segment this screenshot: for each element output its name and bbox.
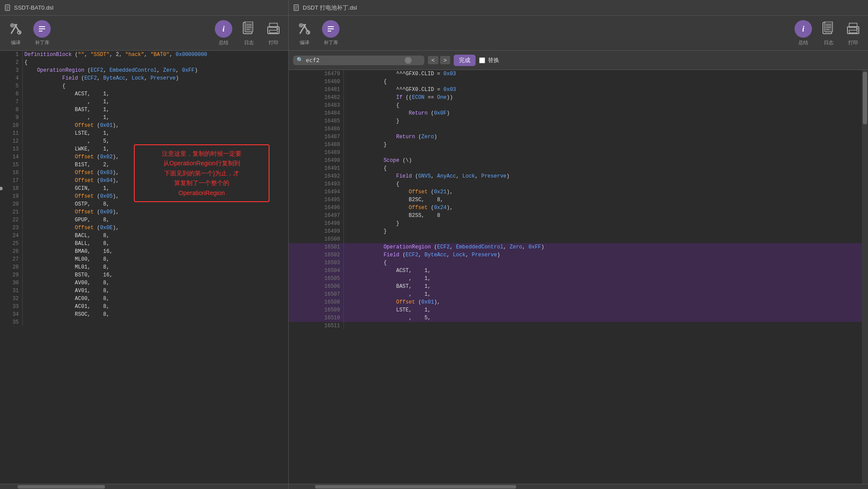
table-row: 33 AC01, 8, [0,303,288,311]
table-row: 32 AC00, 8, [0,295,288,303]
table-row: 35 [0,318,288,326]
left-print-label: 打印 [269,39,278,46]
right-title: DSDT 打电池补丁.dsl [303,4,357,12]
svg-point-27 [299,23,303,28]
right-patch-label: 补丁库 [324,39,338,46]
table-row: 4 Field (ECF2, ByteAcc, Lock, Preserve) [0,74,288,82]
table-row: 19 Offset (0x05), [0,192,288,200]
tools-icon-right [296,20,313,38]
file-icon-right [293,4,300,11]
table-row: 16496 Offset (0x24), [289,204,868,212]
table-row: 26 BMA0, 16, [0,248,288,255]
table-row: 10 Offset (0x01), [0,122,288,129]
table-row: 16491 { [289,164,868,172]
print-icon-right [845,20,861,38]
table-row: 28 ML01, 8, [0,263,288,271]
left-scrollbar-thumb[interactable] [18,485,105,489]
right-code-area[interactable]: 16479 ^^^GFX0.CLID = 0x03 16480 { 16481 … [289,70,868,484]
svg-point-20 [276,28,278,30]
table-row: 16 Offset (0x03), [0,169,288,177]
left-info-btn[interactable]: i 总结 [215,20,232,46]
table-row: 16481 ^^^GFX0.CLID = 0x03 [289,86,868,94]
svg-rect-40 [849,30,857,33]
info-icon-right: i [794,20,812,38]
table-row: 9 , 1, [0,114,288,122]
table-row: 16486 [289,125,868,133]
replace-checkbox[interactable] [479,57,485,63]
left-patch-btn[interactable]: 补丁库 [33,20,51,46]
left-print-btn[interactable]: 打印 [266,20,281,46]
right-toolbar: 编译 补丁库 i 总结 [289,16,868,51]
table-row: 16479 ^^^GFX0.CLID = 0x03 [289,70,868,78]
table-row: 17 Offset (0x04), [0,177,288,185]
table-row: 16483 { [289,101,868,109]
table-row: 16489 [289,149,868,157]
info-icon-left: i [215,20,232,38]
right-print-label: 打印 [848,39,858,46]
right-compile-label: 编译 [300,39,309,46]
table-row: 16494 Offset (0x21), [289,188,868,196]
log-icon-left [241,20,257,38]
table-row: 16504 ACST, 1, [289,267,868,275]
table-row: 16498 } [289,220,868,227]
patch-icon-right [322,20,340,38]
right-scrollbar-thumb-h[interactable] [315,485,516,489]
right-log-btn[interactable]: 日志 [821,20,836,46]
table-row: 16507 , 1, [289,290,868,298]
print-icon-left [266,20,281,38]
table-row: 5 { [0,82,288,90]
table-row: 23 Offset (0x0E), [0,224,288,232]
table-row: 25 BALL, 8, [0,240,288,248]
table-row: 16495 B2SC, 8, [289,196,868,204]
left-code-area[interactable]: 1 DefinitionBlock ("", "SSDT", 2, "hack"… [0,51,288,484]
table-row: 20 OSTP, 8, [0,200,288,208]
left-code-table: 1 DefinitionBlock ("", "SSDT", 2, "hack"… [0,51,288,326]
search-bar: 🔍 ✕ < > 完成 替换 [289,51,868,70]
file-icon-left [4,4,11,11]
table-row: 16503 { [289,259,868,267]
search-input[interactable] [306,57,402,63]
search-icon: 🔍 [297,57,303,63]
left-log-label: 日志 [244,39,254,46]
table-row: 15 B1ST, 2, [0,161,288,169]
right-scrollbar-vertical[interactable] [862,70,868,484]
table-row: 30 AV00, 8, [0,279,288,287]
svg-rect-13 [245,21,253,32]
search-input-wrap[interactable]: 🔍 ✕ [293,56,424,65]
right-print-btn[interactable]: 打印 [845,20,861,46]
right-info-btn[interactable]: i 总结 [794,20,812,46]
table-row: 14 Offset (0x02), [0,153,288,161]
left-toolbar: 编译 补丁库 i 总结 [0,16,288,51]
table-row: 22 GPUP, 8, [0,216,288,224]
left-patch-label: 补丁库 [35,39,49,46]
right-scrollbar-h[interactable] [289,484,868,489]
search-done-btn[interactable]: 完成 [454,55,476,66]
right-compile-btn[interactable]: 编译 [296,20,313,46]
left-compile-btn[interactable]: 编译 [7,20,24,46]
table-row: 8 BAST, 1, [0,106,288,114]
table-row: 16499 } [289,227,868,235]
search-prev-btn[interactable]: < [428,56,438,64]
table-row: 27 ML00, 8, [0,255,288,263]
table-row: 6 ACST, 1, [0,90,288,98]
right-log-label: 日志 [824,39,833,46]
right-code-table: 16479 ^^^GFX0.CLID = 0x03 16480 { 16481 … [289,70,868,330]
search-clear-btn[interactable]: ✕ [405,57,412,64]
right-summary-label: 总结 [798,39,808,46]
table-row: 16487 Return (Zero) [289,133,868,141]
table-row: 21 Offset (0x09), [0,208,288,216]
table-row: 13 LWKE, 1, [0,145,288,153]
table-row: 16488 } [289,141,868,149]
right-scrollbar-thumb-v[interactable] [863,72,867,124]
left-scrollbar-h[interactable] [0,484,288,489]
patch-icon [33,20,51,38]
left-compile-label: 编译 [11,39,21,46]
table-row: 34 RSOC, 8, [0,311,288,318]
table-row: 16492 Field (GNVS, AnyAcc, Lock, Preserv… [289,172,868,180]
table-row: 31 AV01, 8, [0,287,288,295]
svg-rect-19 [270,30,277,33]
right-patch-btn[interactable]: 补丁库 [322,20,340,46]
table-row: 16501 OperationRegion (ECF2, EmbeddedCon… [289,243,868,251]
left-log-btn[interactable]: 日志 [241,20,257,46]
search-next-btn[interactable]: > [440,56,451,64]
